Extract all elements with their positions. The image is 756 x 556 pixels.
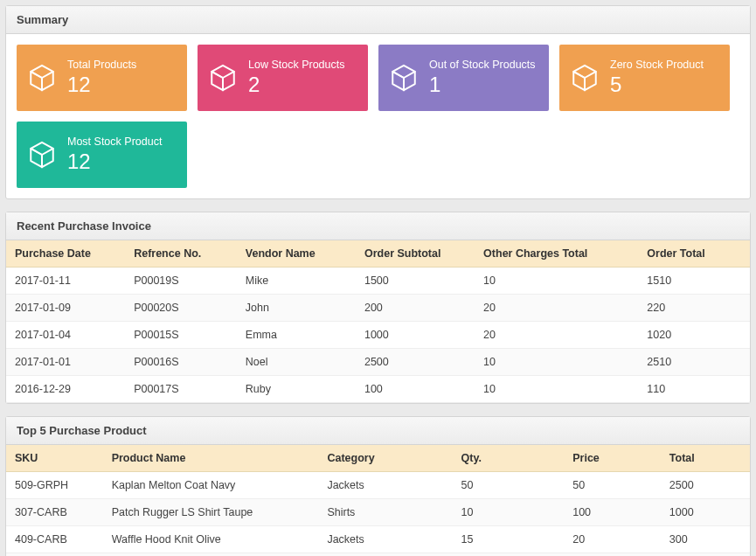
table-cell: 2500 (356, 349, 475, 376)
table-cell: Jackets (318, 472, 452, 499)
table-row[interactable]: 2017-01-11P00019SMike1500101510 (6, 268, 750, 295)
top-products-title: Top 5 Purchase Product (17, 424, 147, 437)
table-cell: 307-CARB (6, 499, 103, 526)
table-cell: Shirts (318, 499, 452, 526)
summary-card[interactable]: Zero Stock Product5 (559, 45, 730, 111)
table-cell: Waffle Hood Knit Olive (103, 526, 319, 553)
table-row[interactable]: 489-RTLCRed Textured Leather CardholderC… (6, 553, 750, 557)
table-cell: 10 (475, 268, 638, 295)
column-header[interactable]: Total (661, 445, 750, 472)
table-cell: 10 (564, 553, 661, 557)
table-cell: Card Holder (318, 553, 452, 557)
column-header[interactable]: Product Name (103, 445, 319, 472)
table-cell: 10 (475, 349, 638, 376)
table-cell: John (237, 295, 356, 322)
table-cell: Ruby (237, 376, 356, 403)
summary-card[interactable]: Most Stock Product12 (17, 122, 187, 188)
column-header[interactable]: Price (564, 445, 661, 472)
table-cell: 220 (638, 295, 750, 322)
table-cell: 2017-01-09 (6, 295, 125, 322)
summary-cards: Total Products12Low Stock Products2Out o… (17, 45, 739, 188)
column-header[interactable]: Purchase Date (6, 240, 125, 268)
table-cell: 50 (564, 472, 661, 499)
table-cell: 1500 (356, 268, 475, 295)
top-products-header: Top 5 Purchase Product (6, 417, 750, 445)
table-cell: 1000 (356, 322, 475, 349)
summary-card[interactable]: Total Products12 (17, 45, 187, 111)
table-cell: 2017-01-11 (6, 268, 125, 295)
cube-icon (559, 63, 610, 93)
table-cell: 489-RTLC (6, 553, 103, 557)
table-cell: 409-CARB (6, 526, 103, 553)
column-header[interactable]: Vendor Name (237, 240, 356, 268)
column-header[interactable]: Order Subtotal (356, 240, 475, 268)
table-cell: Jackets (318, 526, 452, 553)
table-cell: 300 (661, 526, 750, 553)
table-cell: Noel (237, 349, 356, 376)
card-value: 1 (429, 73, 542, 97)
table-cell: Red Textured Leather Cardholder (103, 553, 319, 557)
column-header[interactable]: Refrence No. (125, 240, 237, 268)
recent-invoice-header: Recent Purchase Invoice (6, 212, 750, 240)
summary-header: Summary (6, 6, 750, 34)
cube-icon (17, 140, 67, 170)
column-header[interactable]: Other Charges Total (475, 240, 638, 268)
table-row[interactable]: 307-CARBPatch Rugger LS Shirt TaupeShirt… (6, 499, 750, 526)
column-header[interactable]: Order Total (638, 240, 750, 268)
table-cell: 20 (564, 526, 661, 553)
card-value: 5 (610, 73, 723, 97)
table-row[interactable]: 2017-01-09P00020SJohn20020220 (6, 295, 750, 322)
table-cell: 20 (475, 295, 638, 322)
table-cell: P00015S (125, 322, 237, 349)
card-label: Most Stock Product (67, 136, 180, 148)
recent-invoice-panel: Recent Purchase Invoice Purchase DateRef… (5, 212, 751, 404)
table-cell: 100 (356, 376, 475, 403)
table-cell: 2017-01-04 (6, 322, 125, 349)
table-row[interactable]: 509-GRPHKaplan Melton Coat NavyJackets50… (6, 472, 750, 499)
top-products-table: SKUProduct NameCategoryQty.PriceTotal 50… (6, 445, 750, 556)
table-row[interactable]: 409-CARBWaffle Hood Knit OliveJackets152… (6, 526, 750, 553)
table-cell: P00019S (125, 268, 237, 295)
table-cell: P00017S (125, 376, 237, 403)
table-cell: 1510 (638, 268, 750, 295)
table-cell: Patch Rugger LS Shirt Taupe (103, 499, 319, 526)
table-cell: 200 (356, 295, 475, 322)
cube-icon (378, 63, 429, 93)
cube-icon (17, 63, 67, 93)
summary-card[interactable]: Low Stock Products2 (198, 45, 368, 111)
table-cell: 1020 (638, 322, 750, 349)
table-cell: 50 (453, 472, 565, 499)
summary-body: Total Products12Low Stock Products2Out o… (6, 34, 750, 198)
table-cell: 10 (453, 499, 565, 526)
table-cell: 100 (564, 499, 661, 526)
table-cell: P00020S (125, 295, 237, 322)
table-cell: 2017-01-01 (6, 349, 125, 376)
card-label: Zero Stock Product (610, 59, 723, 71)
column-header[interactable]: Category (318, 445, 452, 472)
top-products-panel: Top 5 Purchase Product SKUProduct NameCa… (5, 416, 751, 556)
table-row[interactable]: 2017-01-01P00016SNoel2500102510 (6, 349, 750, 376)
summary-panel: Summary Total Products12Low Stock Produc… (5, 5, 751, 199)
card-label: Out of Stock Products (429, 59, 542, 71)
table-row[interactable]: 2016-12-29P00017SRuby10010110 (6, 376, 750, 403)
table-cell: 110 (638, 376, 750, 403)
card-value: 12 (67, 73, 180, 97)
card-value: 2 (248, 73, 361, 97)
table-cell: P00016S (125, 349, 237, 376)
summary-card[interactable]: Out of Stock Products1 (378, 45, 549, 111)
column-header[interactable]: SKU (6, 445, 103, 472)
card-label: Total Products (67, 59, 180, 71)
table-cell: 200 (661, 553, 750, 557)
table-cell: 2510 (638, 349, 750, 376)
table-row[interactable]: 2017-01-04P00015SEmma1000201020 (6, 322, 750, 349)
table-cell: 15 (453, 526, 565, 553)
table-cell: Mike (237, 268, 356, 295)
table-cell: Kaplan Melton Coat Navy (103, 472, 319, 499)
recent-invoice-title: Recent Purchase Invoice (17, 219, 151, 233)
table-cell: 20 (453, 553, 565, 557)
column-header[interactable]: Qty. (453, 445, 565, 472)
table-cell: 20 (475, 322, 638, 349)
summary-title: Summary (17, 13, 68, 26)
card-label: Low Stock Products (248, 59, 361, 71)
table-cell: 1000 (661, 499, 750, 526)
